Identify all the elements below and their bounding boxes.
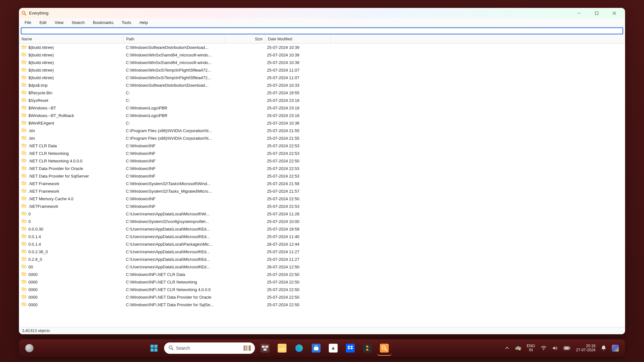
column-header-date[interactable]: Date Modified: [265, 35, 331, 43]
folder-icon: [21, 136, 27, 141]
table-row[interactable]: 0.0.1.4C:\Users\rames\AppData\Local\Micr…: [19, 233, 625, 240]
cell-path: C:\Windows\INF: [123, 143, 225, 148]
task-view-button[interactable]: [258, 341, 272, 355]
column-header-path[interactable]: Path: [124, 35, 225, 43]
table-row[interactable]: .NET Memory Cache 4.0C:\Windows\INF25-07…: [19, 195, 625, 202]
start-button[interactable]: [147, 341, 161, 355]
table-row[interactable]: .NET CLR Networking 4.0.0.0C:\Windows\IN…: [19, 157, 625, 165]
svg-point-17: [543, 349, 544, 350]
titlebar[interactable]: Everything: [19, 8, 625, 18]
cell-name: $Windows.~BT: [19, 105, 123, 111]
menu-view[interactable]: View: [51, 19, 67, 26]
cell-date: 25-07-2024 22:53: [264, 151, 329, 156]
table-row[interactable]: $(build.nttree)C:\Windows\SoftwareDistri…: [19, 44, 625, 51]
minimize-button[interactable]: [570, 8, 588, 18]
table-row[interactable]: 0000C:\Windows\INF\.NET Data Provider fo…: [19, 301, 625, 308]
table-row[interactable]: .NET Data Provider for OracleC:\Windows\…: [19, 165, 625, 172]
table-row[interactable]: .NET Data Provider for SqlServerC:\Windo…: [19, 172, 625, 180]
table-row[interactable]: .NETFrameworkC:\Windows\INF25-07-2024 22…: [19, 202, 625, 210]
table-row[interactable]: 0000C:\Windows\INF\.NET Data Provider fo…: [19, 293, 625, 301]
table-row[interactable]: .NET CLR NetworkingC:\Windows\INF25-07-2…: [19, 149, 625, 157]
folder-icon: [21, 143, 27, 149]
tray-app-icon[interactable]: [612, 345, 619, 352]
table-row[interactable]: $Windows.~BT_RollbackC:\Windows\Logs\PBR…: [19, 112, 625, 119]
cell-date: 25-07-2024 22:50: [264, 280, 329, 284]
table-row[interactable]: $SysResetC:25-07-2024 23:18: [19, 96, 625, 104]
menu-tools[interactable]: Tools: [118, 19, 135, 26]
folder-icon: [21, 98, 27, 103]
table-row[interactable]: .binC:\Program Files (x86)\NVIDIA Corpor…: [19, 134, 625, 142]
cell-name: $Recycle.Bin: [19, 90, 123, 96]
table-row[interactable]: .NET FrameworkC:\Windows\System32\Tasks_…: [19, 187, 625, 195]
table-row[interactable]: $(build.nttree)C:\Windows\WinSxS\amd64_m…: [19, 51, 625, 59]
menu-bookmarks[interactable]: Bookmarks: [89, 19, 117, 26]
table-row[interactable]: $Windows.~BTC:\Windows\Logs\PBR25-07-202…: [19, 104, 625, 112]
cell-path: C:\Windows\INF: [123, 174, 225, 178]
cell-path: C:: [123, 98, 225, 103]
taskbar-winamp[interactable]: [360, 341, 374, 355]
table-row[interactable]: .binC:\Program Files (x86)\NVIDIA Corpor…: [19, 127, 625, 134]
taskbar-dropbox[interactable]: [343, 341, 357, 355]
table-row[interactable]: $Recycle.BinC:25-07-2024 19:55: [19, 89, 625, 96]
table-row[interactable]: $WinREAgentC:25-07-2024 10:36: [19, 119, 625, 127]
volume-icon[interactable]: [552, 346, 558, 350]
table-row[interactable]: 0000C:\Windows\INF\.NET CLR Data25-07-20…: [19, 271, 625, 278]
table-row[interactable]: 0.2.8_0C:\Users\rames\AppData\Local\Micr…: [19, 255, 625, 263]
cell-date: 25-07-2024 10:39: [264, 53, 329, 57]
cell-path: C:\Users\rames\AppData\Local\Microsoft\E…: [123, 257, 225, 262]
table-row[interactable]: 0000C:\Windows\INF\.NET CLR Networking 4…: [19, 286, 625, 293]
table-row[interactable]: 0.0.0.30C:\Users\rames\AppData\Local\Mic…: [19, 225, 625, 233]
cell-date: 25-07-2024 22:50: [264, 196, 329, 201]
wifi-icon[interactable]: [541, 346, 547, 350]
menu-help[interactable]: Help: [136, 19, 152, 26]
table-row[interactable]: 0C:\Windows\System32\config\systemprofil…: [19, 218, 625, 225]
maximize-button[interactable]: [588, 8, 606, 18]
battery-icon[interactable]: [564, 346, 570, 350]
menu-search[interactable]: Search: [68, 19, 88, 26]
table-row[interactable]: 0.0.2.38_0C:\Users\rames\AppData\Local\M…: [19, 248, 625, 255]
weather-widget[interactable]: [25, 344, 33, 352]
folder-icon: [21, 90, 27, 96]
menu-edit[interactable]: Edit: [36, 19, 50, 26]
table-row[interactable]: 0C:\Users\rames\AppData\Local\Microsoft\…: [19, 210, 625, 218]
table-row[interactable]: 0000C:\Windows\INF\.NET CLR Networking25…: [19, 278, 625, 286]
table-row[interactable]: 0.0.1.4C:\Users\rames\AppData\Local\Pack…: [19, 240, 625, 248]
menu-file[interactable]: File: [21, 19, 35, 26]
table-row[interactable]: 00C:\Users\rames\AppData\Local\Microsoft…: [19, 263, 625, 271]
folder-icon: [21, 196, 27, 201]
tray-onedrive-icon[interactable]: [515, 346, 521, 350]
cell-name: .bin: [19, 128, 123, 133]
language-indicator[interactable]: ENG IN: [527, 344, 535, 352]
tray-chevron-up-icon[interactable]: [505, 346, 509, 350]
cell-name: 0000: [19, 279, 123, 285]
table-row[interactable]: $(build.nttree)C:\Windows\WinSxS\Temp\In…: [19, 66, 625, 74]
search-input[interactable]: [21, 27, 623, 34]
table-row[interactable]: $(build.nttree)C:\Windows\WinSxS\Temp\In…: [19, 74, 625, 81]
table-row[interactable]: $dpx$.tmpC:\Windows\SoftwareDistribution…: [19, 81, 625, 89]
taskbar-store[interactable]: [309, 341, 323, 355]
clock[interactable]: 20:18 27-07-2024: [576, 344, 595, 352]
table-row[interactable]: .NET CLR DataC:\Windows\INF25-07-2024 22…: [19, 142, 625, 149]
cell-path: C:: [123, 121, 225, 126]
taskbar-search[interactable]: Search: [164, 342, 255, 354]
cell-path: C:\Windows\INF\.NET Data Provider for Sq…: [123, 302, 225, 307]
cell-path: C:\Users\rames\AppData\Local\Microsoft\E…: [123, 227, 225, 231]
cell-name: .NET Data Provider for Oracle: [19, 166, 123, 171]
svg-rect-11: [279, 347, 285, 350]
table-row[interactable]: $(build.nttree)C:\Windows\WinSxS\amd64_m…: [19, 59, 625, 66]
taskbar-amazon[interactable]: a: [326, 341, 340, 355]
results-list[interactable]: $(build.nttree)C:\Windows\SoftwareDistri…: [19, 44, 625, 327]
folder-icon: [21, 287, 27, 292]
table-row[interactable]: .NET FrameworkC:\Windows\System32\Tasks\…: [19, 180, 625, 187]
taskbar-edge[interactable]: [292, 341, 306, 355]
cell-path: C:\Users\rames\AppData\Local\Microsoft\E…: [123, 234, 225, 239]
cell-date: 25-07-2024 19:59: [264, 227, 329, 231]
taskbar-everything[interactable]: [377, 341, 391, 355]
column-header-size[interactable]: Size: [225, 35, 265, 43]
close-button[interactable]: [606, 8, 623, 18]
svg-line-7: [172, 348, 173, 350]
cell-name: 0000: [19, 302, 123, 307]
notifications-icon[interactable]: [601, 345, 606, 351]
column-header-name[interactable]: Name: [19, 35, 124, 43]
taskbar-file-explorer[interactable]: [275, 341, 289, 355]
